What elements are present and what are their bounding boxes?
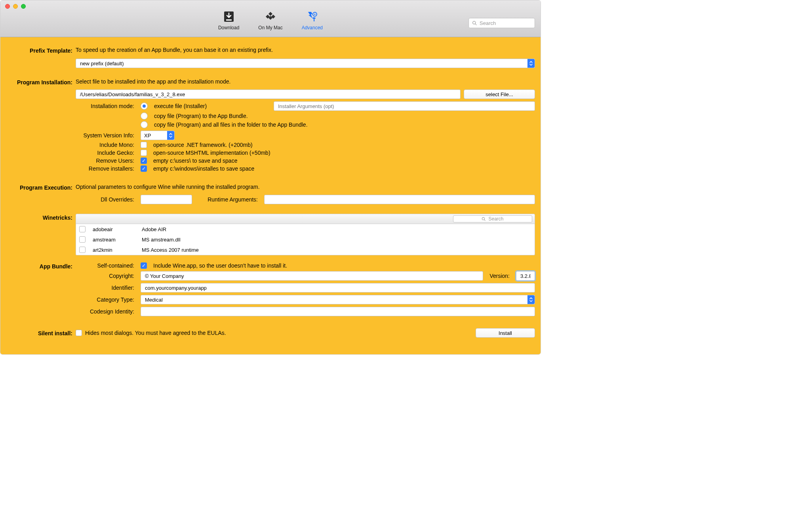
remove-installers-checkbox[interactable] [141,165,147,172]
mac-icon [264,10,277,23]
mode-copy-file-radio[interactable] [141,112,148,120]
dll-overrides-label: Dll Overrides: [76,196,137,203]
chevron-updown-icon [527,59,535,68]
winetricks-key: adobeair [93,226,138,232]
prefix-template-value[interactable] [79,60,531,67]
mode-copy-file-label: copy file (Program) to the App Bundle. [154,113,248,119]
runtime-arguments-field[interactable] [264,195,535,204]
window: Download On My Mac Advanced Search [0,0,541,355]
include-gecko-desc: open-source MSHTML implementation (+50mb… [153,150,270,156]
tab-on-my-mac-label: On My Mac [258,25,282,30]
svg-point-7 [482,217,485,220]
chevron-updown-icon [527,295,535,304]
identifier-field[interactable] [141,283,535,293]
include-mono-label: Include Mono: [76,142,137,148]
program-execution-label: Program Execution: [6,184,76,191]
installer-arguments-field[interactable] [274,101,535,111]
winetricks-key: art2kmin [93,247,138,253]
titlebar: Download On My Mac Advanced Search [0,0,541,37]
include-gecko-label: Include Gecko: [76,150,137,156]
prefix-template-label: Prefix Template: [6,47,76,54]
tab-on-my-mac[interactable]: On My Mac [258,10,282,30]
svg-line-8 [484,219,485,220]
winetricks-desc: MS Access 2007 runtime [142,247,531,253]
include-gecko-checkbox[interactable] [141,150,147,156]
remove-installers-desc: empty c:\windows\installes to save space [153,165,254,172]
svg-point-5 [473,21,476,24]
zoom-window-button[interactable] [21,4,26,9]
mode-execute-label: execute file (Installer) [154,103,207,109]
category-combo[interactable] [141,295,535,304]
version-label: Version: [486,273,513,279]
silent-install-checkbox[interactable] [76,330,82,336]
category-value[interactable] [144,296,531,303]
system-version-label: System Version Info: [76,132,137,139]
advanced-icon [305,10,319,23]
mode-copy-folder-radio[interactable] [141,121,148,128]
installation-mode-label: Installation mode: [76,103,137,109]
svg-rect-1 [226,19,232,21]
version-value[interactable] [520,273,531,279]
install-button[interactable]: Install [476,328,535,338]
runtime-arguments-label: Runtime Arguments: [195,196,261,203]
winetricks-desc: Adobe AIR [142,226,531,232]
system-version-select[interactable]: XP [141,131,175,140]
mode-copy-folder-label: copy file (Program) and all files in the… [154,122,308,128]
winetricks-row[interactable]: adobeair Adobe AIR [76,224,535,234]
winetricks-checkbox[interactable] [79,226,86,232]
search-icon [482,217,486,221]
install-path-value[interactable] [79,91,457,98]
remove-users-label: Remove Users: [76,158,137,164]
version-field[interactable] [516,271,535,281]
codesign-field[interactable] [141,307,535,316]
window-controls [5,4,26,9]
select-file-button[interactable]: select File... [464,89,535,99]
winetricks-label: Winetricks: [6,214,76,221]
toolbar-tabs: Download On My Mac Advanced [218,10,323,30]
program-installation-label: Program Installation: [6,78,76,86]
self-contained-desc: Include Wine.app, so the user doesn't ha… [153,262,287,269]
install-path-field[interactable] [76,89,461,99]
copyright-value[interactable] [144,273,480,279]
mode-execute-radio[interactable] [141,103,148,110]
dll-overrides-field[interactable] [141,195,192,204]
remove-users-checkbox[interactable] [141,158,147,164]
system-version-value: XP [144,133,151,139]
identifier-value[interactable] [144,285,531,291]
remove-installers-label: Remove installers: [76,165,137,172]
winetricks-row[interactable]: art2kmin MS Access 2007 runtime [76,245,535,255]
toolbar-search[interactable]: Search [468,18,535,28]
include-mono-checkbox[interactable] [141,142,147,148]
winetricks-search-placeholder: Search [488,216,503,222]
tab-advanced-label: Advanced [302,25,323,30]
winetricks-search[interactable]: Search [453,215,532,222]
silent-install-desc: Hides most dialogs. You must have agreed… [85,330,226,336]
winetricks-checkbox[interactable] [79,247,86,253]
tab-download[interactable]: Download [218,10,239,30]
self-contained-checkbox[interactable] [141,262,147,269]
include-mono-desc: open-source .NET framework. (+200mb) [153,142,253,148]
svg-point-3 [314,13,316,15]
chevron-updown-icon [167,131,174,140]
category-label: Category Type: [76,296,137,303]
close-window-button[interactable] [5,4,10,9]
winetricks-key: amstream [93,237,138,243]
svg-line-6 [475,24,476,25]
copyright-field[interactable] [141,271,483,281]
tab-advanced[interactable]: Advanced [302,10,323,30]
app-bundle-label: App Bundle: [6,262,76,270]
search-icon [472,21,477,26]
winetricks-row[interactable]: amstream MS amstream.dll [76,234,535,245]
copyright-label: Copyright: [76,273,137,279]
prefix-template-combo[interactable] [76,59,535,68]
prefix-template-hint: To speed up the creation of an App Bundl… [76,47,535,53]
identifier-label: Identifier: [76,285,137,291]
remove-users-desc: empty c:\users\ to save and space [153,158,237,164]
winetricks-desc: MS amstream.dll [142,237,531,243]
winetricks-list: adobeair Adobe AIR amstream MS amstream.… [76,224,535,255]
download-icon [222,10,236,23]
installer-arguments-value[interactable] [277,103,531,110]
winetricks-checkbox[interactable] [79,236,86,243]
minimize-window-button[interactable] [13,4,18,9]
silent-install-label: Silent install: [6,329,76,336]
